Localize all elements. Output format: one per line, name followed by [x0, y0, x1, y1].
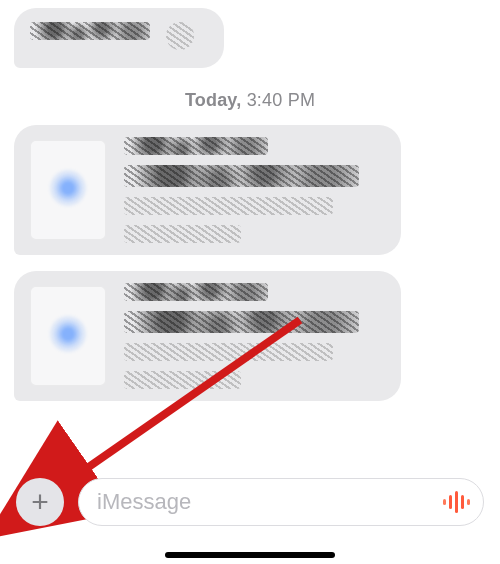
message-bubble[interactable]	[14, 271, 486, 401]
chat-scroll: Today, 3:40 PM	[0, 0, 500, 401]
plus-icon: +	[31, 485, 49, 519]
message-input-wrap[interactable]	[78, 478, 484, 526]
redacted-text	[124, 371, 241, 389]
redacted-text	[124, 283, 268, 301]
home-indicator[interactable]	[165, 552, 335, 558]
redacted-text	[124, 165, 359, 187]
audio-record-icon[interactable]	[441, 490, 471, 514]
add-button[interactable]: +	[16, 478, 64, 526]
attachment-thumbnail[interactable]	[30, 286, 106, 386]
message-input[interactable]	[97, 489, 441, 515]
redacted-text	[124, 137, 268, 155]
redacted-text	[30, 22, 150, 40]
redacted-text	[124, 311, 359, 333]
redacted-text	[124, 197, 333, 215]
message-bubble[interactable]	[14, 8, 486, 68]
message-bubble[interactable]	[14, 125, 486, 255]
timestamp-time: 3:40 PM	[247, 90, 315, 110]
timestamp-day: Today	[185, 90, 236, 110]
redacted-text	[124, 225, 241, 243]
timestamp-label: Today, 3:40 PM	[14, 90, 486, 111]
redacted-text	[166, 22, 194, 50]
redacted-text	[124, 343, 333, 361]
message-composer: +	[0, 470, 500, 534]
attachment-thumbnail[interactable]	[30, 140, 106, 240]
